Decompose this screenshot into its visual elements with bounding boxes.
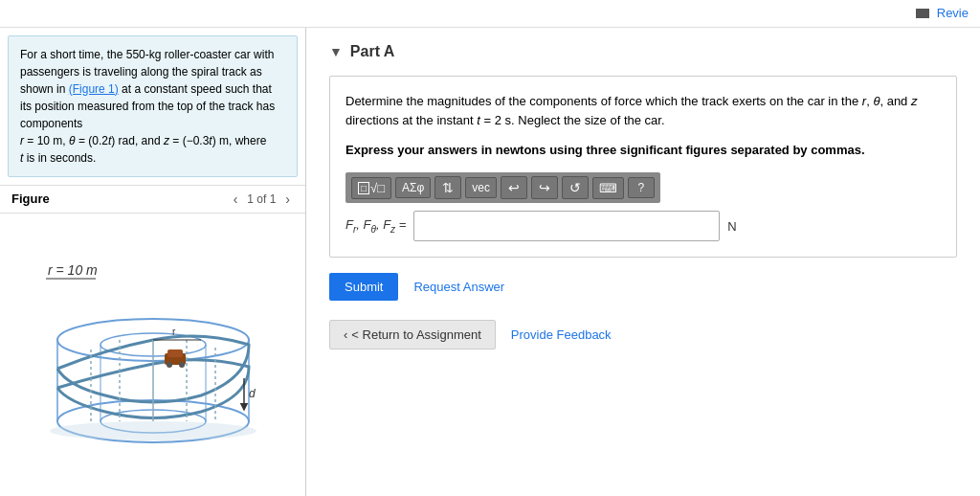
svg-point-18	[179, 362, 185, 368]
figure-image-area: r = 10 m	[0, 214, 305, 497]
svg-point-17	[167, 362, 172, 368]
figure-link[interactable]: (Figure 1)	[69, 82, 119, 96]
unit-label: N	[727, 219, 736, 234]
undo-button[interactable]: ↩	[501, 176, 527, 199]
answer-input[interactable]	[413, 211, 720, 241]
svg-text:r = 10 m: r = 10 m	[48, 262, 98, 278]
fraction-sqrt-button[interactable]: □ √□	[351, 177, 391, 199]
provide-feedback-link[interactable]: Provide Feedback	[511, 327, 612, 342]
review-link[interactable]: Revie	[916, 6, 969, 20]
refresh-button[interactable]: ↺	[562, 176, 589, 199]
figure-header: Figure ‹ 1 of 1 ›	[0, 185, 305, 214]
problem-text-line3: r = 10 m, θ = (0.2t) rad, and z = (−0.3t…	[20, 134, 266, 147]
vector-button[interactable]: vec	[465, 177, 497, 198]
question-emphasis: Express your answers in newtons using th…	[345, 143, 941, 157]
bottom-row: ‹ < Return to Assignment Provide Feedbac…	[329, 320, 957, 349]
problem-description: For a short time, the 550-kg roller-coas…	[8, 35, 298, 177]
right-panel: ▼ Part A Determine the magnitudes of the…	[306, 28, 980, 497]
answer-label: Fr, Fθ, Fz =	[345, 217, 406, 235]
main-layout: For a short time, the 550-kg roller-coas…	[0, 28, 980, 497]
submit-button[interactable]: Submit	[329, 273, 398, 301]
svg-rect-16	[167, 349, 183, 357]
problem-text-line4: t is in seconds.	[20, 151, 96, 165]
figure-prev-button[interactable]: ‹	[230, 192, 242, 207]
question-content: Determine the magnitudes of the componen…	[329, 76, 957, 259]
part-collapse-arrow[interactable]: ▼	[329, 44, 343, 59]
return-label: < Return to Assignment	[351, 327, 481, 342]
return-to-assignment-button[interactable]: ‹ < Return to Assignment	[329, 320, 496, 349]
roller-coaster-svg: r = 10 m	[19, 254, 287, 455]
part-header: ▼ Part A	[329, 43, 957, 60]
svg-text:d: d	[249, 387, 256, 400]
greek-symbols-button[interactable]: ΑΣφ	[395, 177, 431, 198]
return-arrow-icon: ‹	[344, 327, 347, 342]
top-bar: Revie	[0, 0, 980, 28]
question-text: Determine the magnitudes of the componen…	[345, 92, 941, 132]
keyboard-button[interactable]: ⌨	[592, 177, 624, 199]
roller-coaster-illustration: r = 10 m	[0, 214, 305, 497]
figure-next-button[interactable]: ›	[281, 192, 294, 207]
left-panel: For a short time, the 550-kg roller-coas…	[0, 28, 306, 497]
figure-nav: ‹ 1 of 1 ›	[230, 192, 294, 207]
request-answer-link[interactable]: Request Answer	[413, 280, 504, 294]
math-toolbar: □ √□ ΑΣφ ⇅ vec ↩ ↪ ↺ ⌨ ?	[345, 172, 660, 203]
arrows-button[interactable]: ⇅	[434, 176, 461, 199]
part-title: Part A	[350, 43, 395, 60]
figure-title: Figure	[11, 192, 50, 206]
action-row: Submit Request Answer	[329, 273, 957, 301]
redo-button[interactable]: ↪	[531, 176, 558, 199]
svg-point-23	[50, 421, 256, 440]
help-button[interactable]: ?	[628, 177, 655, 198]
figure-page-indicator: 1 of 1	[247, 192, 276, 206]
answer-row: Fr, Fθ, Fz = N	[345, 211, 941, 241]
